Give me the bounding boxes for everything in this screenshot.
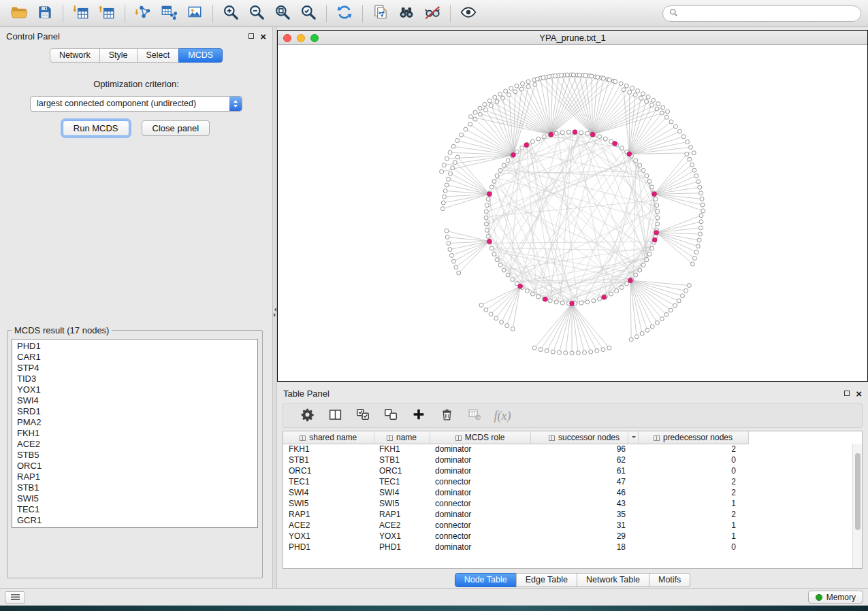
mcds-result-item[interactable]: STB1 bbox=[12, 482, 257, 493]
tab-style[interactable]: Style bbox=[99, 48, 138, 63]
float-panel-icon[interactable] bbox=[248, 33, 254, 39]
mcds-result-item[interactable]: PMA2 bbox=[12, 417, 257, 428]
run-mcds-button[interactable]: Run MCDS bbox=[63, 120, 129, 136]
table-scrollbar[interactable] bbox=[852, 444, 862, 568]
table-cell: dominator bbox=[430, 509, 530, 520]
scrollbar-thumb[interactable] bbox=[855, 453, 861, 530]
tab-network[interactable]: Network bbox=[50, 48, 100, 63]
column-header-name[interactable]: name bbox=[374, 431, 430, 444]
table-cell: PHD1 bbox=[374, 542, 430, 552]
mcds-result-item[interactable]: RAP1 bbox=[12, 472, 257, 482]
mcds-result-item[interactable]: ORC1 bbox=[12, 461, 257, 472]
minimize-window-icon[interactable] bbox=[297, 34, 305, 42]
import-table-button[interactable] bbox=[69, 3, 93, 24]
column-header-predecessor-nodes[interactable]: predecessor nodes bbox=[638, 431, 748, 444]
table-settings-button[interactable] bbox=[298, 407, 316, 425]
split-panel-button[interactable] bbox=[326, 407, 344, 425]
select-all-button[interactable] bbox=[354, 407, 372, 425]
search-input[interactable] bbox=[682, 8, 854, 19]
network-window-titlebar[interactable]: YPA_prune.txt_1 bbox=[278, 31, 867, 45]
table-row[interactable]: STB1STB1dominator620 bbox=[283, 455, 748, 465]
table-row[interactable]: RAP1RAP1dominator352 bbox=[283, 509, 748, 520]
zoom-out-button[interactable] bbox=[244, 3, 269, 24]
table-cell: dominator bbox=[430, 465, 530, 476]
mcds-result-item[interactable]: CAR1 bbox=[12, 352, 257, 363]
export-image-button[interactable] bbox=[182, 3, 207, 24]
mcds-result-item[interactable]: SRD1 bbox=[12, 406, 257, 417]
maximize-window-icon[interactable] bbox=[310, 34, 319, 42]
table-tab-node-table[interactable]: Node Table bbox=[455, 573, 517, 587]
float-table-panel-icon[interactable] bbox=[844, 391, 850, 396]
export-table-icon bbox=[98, 3, 116, 24]
mcds-result-item[interactable]: PHD1 bbox=[12, 341, 257, 352]
table-tab-network-table[interactable]: Network Table bbox=[577, 573, 649, 587]
table-row[interactable]: ACE2ACE2connector311 bbox=[283, 520, 748, 531]
zoom-fit-button[interactable] bbox=[270, 3, 295, 24]
table-cell: 0 bbox=[638, 465, 748, 476]
graph-nodes[interactable] bbox=[440, 73, 705, 355]
memory-status-icon bbox=[816, 594, 822, 601]
import-network-button[interactable] bbox=[131, 3, 155, 24]
save-button[interactable] bbox=[33, 3, 57, 24]
delete-column-button[interactable] bbox=[438, 407, 455, 425]
table-cell: dominator bbox=[430, 455, 530, 465]
mcds-result-item[interactable]: STP4 bbox=[12, 363, 257, 374]
column-header-successor-nodes[interactable]: successor nodes bbox=[530, 431, 638, 444]
column-grid-icon bbox=[549, 435, 555, 441]
refresh-layout-button[interactable] bbox=[332, 3, 357, 24]
mcds-result-item[interactable]: SWI4 bbox=[12, 395, 257, 406]
zoom-selected-button[interactable] bbox=[296, 3, 321, 24]
tab-select[interactable]: Select bbox=[137, 48, 180, 63]
deselect-all-button[interactable] bbox=[382, 407, 400, 425]
close-window-icon[interactable] bbox=[283, 34, 291, 42]
mcds-result-item[interactable]: YOX1 bbox=[12, 384, 257, 395]
table-row[interactable]: SWI4SWI4dominator462 bbox=[283, 487, 748, 498]
clone-network-button[interactable] bbox=[368, 3, 393, 24]
close-panel-button[interactable]: Close panel bbox=[142, 120, 210, 136]
export-table-button[interactable] bbox=[95, 3, 119, 24]
column-header-shared-name[interactable]: shared name bbox=[283, 431, 374, 444]
mcds-result-item[interactable]: ACE2 bbox=[12, 439, 257, 450]
table-cell: RAP1 bbox=[283, 509, 374, 520]
network-graph[interactable] bbox=[278, 45, 867, 381]
table-tab-edge-table[interactable]: Edge Table bbox=[516, 573, 577, 587]
splitter-grip[interactable] bbox=[273, 305, 276, 320]
network-canvas[interactable] bbox=[278, 45, 867, 381]
find-network-button[interactable] bbox=[394, 3, 419, 24]
main-toolbar bbox=[0, 0, 868, 27]
add-column-button[interactable] bbox=[410, 407, 428, 425]
open-file-button[interactable] bbox=[7, 3, 31, 24]
tab-mcds[interactable]: MCDS bbox=[178, 48, 223, 63]
memory-button[interactable]: Memory bbox=[808, 591, 863, 604]
search-field[interactable] bbox=[662, 5, 861, 22]
table-row[interactable]: TEC1TEC1connector472 bbox=[283, 476, 748, 487]
table-cell: 0 bbox=[638, 455, 748, 465]
table-row[interactable]: FKH1FKH1dominator962 bbox=[283, 444, 748, 455]
close-panel-icon[interactable]: × bbox=[260, 31, 266, 42]
mcds-result-item[interactable]: FKH1 bbox=[12, 428, 257, 439]
show-graphics-button[interactable] bbox=[456, 3, 481, 24]
mcds-result-list[interactable]: PHD1CAR1STP4TID3YOX1SWI4SRD1PMA2FKH1ACE2… bbox=[12, 339, 258, 528]
sort-chevron-icon[interactable] bbox=[628, 431, 636, 444]
close-table-panel-icon[interactable]: × bbox=[856, 389, 862, 399]
graphics-details-button[interactable] bbox=[420, 3, 445, 24]
dropdown-stepper-icon bbox=[229, 97, 242, 111]
mcds-result-item[interactable]: TEC1 bbox=[12, 504, 257, 515]
mcds-result-item[interactable]: TID3 bbox=[12, 374, 257, 384]
column-header-MCDS-role[interactable]: MCDS role bbox=[430, 431, 530, 444]
table-row[interactable]: SWI5SWI5connector431 bbox=[283, 498, 748, 509]
table-cell: 61 bbox=[530, 465, 638, 476]
export-network-table-button[interactable] bbox=[157, 3, 181, 24]
table-row[interactable]: ORC1ORC1dominator610 bbox=[283, 465, 748, 476]
table-tab-motifs[interactable]: Motifs bbox=[649, 573, 690, 587]
zoom-in-button[interactable] bbox=[219, 3, 243, 24]
mcds-result-item[interactable]: STB5 bbox=[12, 450, 257, 461]
table-row[interactable]: YOX1YOX1connector291 bbox=[283, 531, 748, 542]
mcds-result-item[interactable]: GCR1 bbox=[12, 515, 257, 526]
panel-splitter[interactable] bbox=[272, 27, 277, 588]
optimization-criterion-dropdown[interactable]: largest connected component (undirected) bbox=[30, 96, 242, 112]
show-panels-button[interactable] bbox=[5, 591, 25, 604]
table-cell: SWI4 bbox=[374, 487, 430, 498]
table-row[interactable]: PHD1PHD1dominator180 bbox=[283, 542, 748, 552]
mcds-result-item[interactable]: SWI5 bbox=[12, 493, 257, 504]
